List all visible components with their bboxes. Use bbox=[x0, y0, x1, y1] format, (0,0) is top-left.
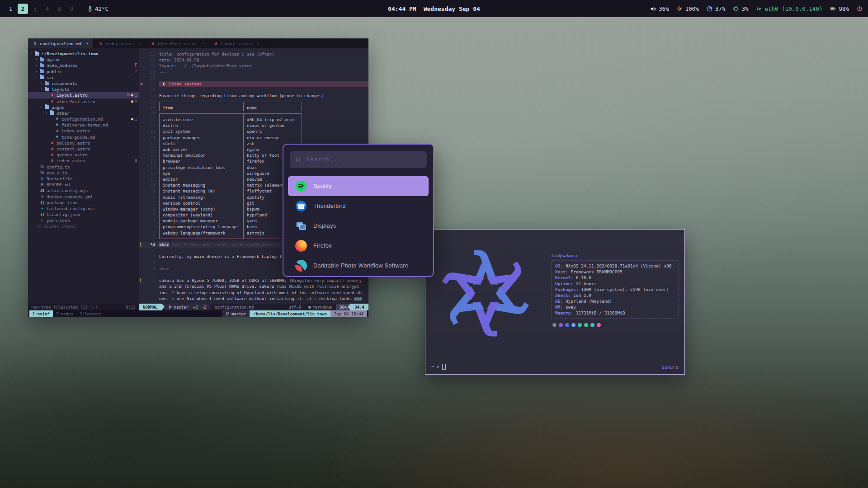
sign-column bbox=[140, 266, 143, 272]
tree-item-public[interactable]: ▸public? bbox=[28, 69, 139, 75]
tree-item-index.astro[interactable]: Aindex.astroH bbox=[28, 158, 139, 164]
json-icon: {} bbox=[40, 200, 45, 206]
tree-item--development-liv.town[interactable]: ▾~/Development/liv.town bbox=[28, 51, 139, 56]
workspace-button-4[interactable]: 4 bbox=[42, 4, 52, 14]
tree-item-env.d.ts[interactable]: TSenv.d.ts bbox=[28, 170, 139, 176]
workspace-button-9[interactable]: 9 bbox=[66, 4, 77, 14]
tab-index.astro[interactable]: Aindex.astro× bbox=[94, 38, 146, 48]
module-disk[interactable]: 37% bbox=[707, 5, 726, 12]
tree-item-pages[interactable]: ▾pages bbox=[28, 104, 139, 110]
terminal-window[interactable]: λλλλλλ liv@sakura OS: NixOS 24.11.202408… bbox=[425, 229, 685, 375]
close-icon[interactable]: × bbox=[139, 41, 141, 46]
tmux-window-1-nvim-[interactable]: 1:nvim* bbox=[29, 310, 53, 317]
neotree-file-explorer[interactable]: ▾~/Development/liv.town▸nginx▸node_modul… bbox=[28, 48, 139, 304]
tree-item-balcony.astro[interactable]: Abalcony.astro bbox=[28, 140, 139, 146]
tab-layout.astro[interactable]: ALayout.astro× bbox=[209, 38, 264, 48]
module-brightness[interactable]: 100% bbox=[677, 5, 699, 12]
tree-item-otherpost.astro[interactable]: AotherPost.astro●□ bbox=[28, 99, 139, 104]
tab-configuration.md[interactable]: Mconfiguration.md× bbox=[28, 38, 94, 48]
tree-item-src[interactable]: ▾src bbox=[28, 75, 139, 80]
workspace-button-1[interactable]: 1 bbox=[5, 4, 16, 14]
close-icon[interactable]: × bbox=[202, 41, 204, 46]
editor-line[interactable]: 25Favorite things regarding Linux and my… bbox=[140, 93, 368, 99]
editor-line[interactable]: 29--- bbox=[140, 69, 368, 75]
editor-line[interactable]: 32title: configuration for devices i use… bbox=[140, 51, 368, 57]
tree-file-label: fediverse-terms.md bbox=[61, 122, 108, 128]
tree-item-layout.astro[interactable]: ALayout.astroH●□ bbox=[28, 92, 139, 98]
module-battery[interactable]: 98% bbox=[830, 5, 849, 12]
tree-item-config.ts[interactable]: TSconfig.ts bbox=[28, 164, 139, 170]
workspace-button-3[interactable]: 3 bbox=[30, 4, 40, 14]
editor-line[interactable]: ●27🐧Linux systems bbox=[140, 81, 368, 87]
tmux-window-2-nodes[interactable]: 2:nodes bbox=[53, 310, 76, 317]
editor-line[interactable]: and a 2TB (Crucial P5 Plus) NVMe drive. … bbox=[140, 283, 368, 289]
module-network[interactable]: eth0 (10.0.0.140) bbox=[756, 5, 822, 12]
tree-item-garden.astro[interactable]: Agarden.astro bbox=[28, 152, 139, 158]
module-power[interactable] bbox=[857, 6, 863, 12]
editor-line[interactable]: 30layout: ../../layouts/otherPost.astro bbox=[140, 63, 368, 69]
tree-folder-label: components bbox=[52, 80, 77, 86]
launcher-app-thunderbird[interactable]: Thunderbird bbox=[288, 196, 429, 216]
tree-item-configuration.md[interactable]: Mconfiguration.md●□ bbox=[28, 116, 139, 122]
launcher-app-darktable-photo-workflow-software[interactable]: Darktable Photo Workflow Software bbox=[288, 256, 429, 276]
tree-item--6-hidden-items-[interactable]: (6 hidden items) bbox=[28, 223, 139, 229]
workspace-button-2[interactable]: 2 bbox=[18, 4, 28, 14]
shell-prompt[interactable]: ~ > bbox=[431, 364, 446, 370]
module-volume[interactable]: 36% bbox=[650, 5, 669, 12]
tree-item-yarn.lock[interactable]: Lyarn.lock bbox=[28, 217, 139, 223]
editor-line[interactable]: ion. I have a setup consisting of Hyprla… bbox=[140, 290, 368, 296]
tree-item-nginx[interactable]: ▸nginx bbox=[28, 56, 139, 62]
tree-item-index.astro[interactable]: Aindex.astro bbox=[28, 128, 139, 134]
editor-line[interactable]: 31date: 2024-08-30 bbox=[140, 57, 368, 63]
editor-line[interactable]: 28 bbox=[140, 75, 368, 81]
tree-item-other[interactable]: ▾other bbox=[28, 110, 139, 116]
tree-item-layouts[interactable]: ▾layouts bbox=[28, 86, 139, 92]
workspace-button-8[interactable]: 8 bbox=[54, 4, 65, 14]
editor-line[interactable]: 20distronixos or gentoo bbox=[140, 122, 368, 128]
date-value: Wednesday Sep 04 bbox=[424, 5, 480, 12]
close-icon[interactable]: × bbox=[86, 41, 89, 46]
launcher-app-displays[interactable]: Displays bbox=[288, 216, 429, 236]
editor-line[interactable]: 26 bbox=[140, 87, 368, 93]
editor-line[interactable]: 19init systemopenrc bbox=[140, 128, 368, 134]
launcher-app-firefox[interactable]: Firefox bbox=[288, 236, 429, 256]
workspace-switcher: 123489 bbox=[5, 4, 77, 14]
tmux-window-3-lazygit[interactable]: 3:lazygit bbox=[76, 310, 105, 317]
tree-item-components[interactable]: ▸components bbox=[28, 80, 139, 86]
editor-line[interactable]: 22 bbox=[140, 111, 368, 117]
tree-item-docker-compose.yml[interactable]: Ydocker-compose.yml bbox=[28, 194, 139, 200]
tree-item-dockerfile[interactable]: DDockerfile bbox=[28, 176, 139, 182]
launcher-app-spotify[interactable]: Spotify bbox=[288, 176, 429, 196]
table-border bbox=[243, 113, 302, 117]
status-badge: ● bbox=[131, 99, 133, 104]
tab-otherpost.astro[interactable]: AotherPost.astro× bbox=[146, 38, 209, 48]
module-memory[interactable]: 3% bbox=[733, 5, 748, 12]
sign-column bbox=[140, 182, 143, 188]
user-host-title: liv@sakura bbox=[551, 253, 679, 258]
editor-line[interactable]: 23itemname bbox=[140, 105, 368, 111]
tree-item-node-modules[interactable]: ▸node_modulesE bbox=[28, 62, 139, 68]
editor-line[interactable]: 21architecturex86_64 (rip m2 pro) bbox=[140, 117, 368, 122]
tree-item-readme.md[interactable]: MREADME.md bbox=[28, 182, 139, 188]
tree-item-tone-guide.md[interactable]: Mtone-guide.md bbox=[28, 134, 139, 140]
close-icon[interactable]: × bbox=[257, 41, 259, 46]
line-number: 29 bbox=[143, 69, 159, 75]
editor-line[interactable]: 24 bbox=[140, 99, 368, 105]
tree-item-astro.config.mjs[interactable]: JSastro.config.mjs bbox=[28, 188, 139, 193]
search-input[interactable] bbox=[305, 156, 421, 163]
status-badge: H bbox=[127, 92, 130, 98]
launcher-search[interactable] bbox=[290, 151, 427, 168]
line-number: 18 bbox=[143, 135, 159, 141]
tree-item-contact.astro[interactable]: Acontact.astro bbox=[28, 146, 139, 152]
editor-line[interactable]: 18package managernix or emerge bbox=[140, 135, 368, 141]
tree-item-package.json[interactable]: {}package.json bbox=[28, 200, 139, 206]
tree-item-fediverse-terms.md[interactable]: Mfediverse-terms.md bbox=[28, 122, 139, 128]
disk-icon bbox=[707, 6, 712, 12]
tree-item-tsconfig.json[interactable]: {}tsconfig.json bbox=[28, 211, 139, 217]
editor-line[interactable]: ove. I use Nix when I need software with… bbox=[140, 296, 368, 301]
tree-file-label: garden.astro bbox=[57, 152, 88, 158]
tree-item-tailwind.config.mjs[interactable]: ~tailwind.config.mjs bbox=[28, 206, 139, 211]
editor-line[interactable]: ▎6sakura has a Ryzen 5 7640U, 32GB of DD… bbox=[140, 277, 368, 283]
app-launcher[interactable]: SpotifyThunderbirdDisplaysFirefoxDarktab… bbox=[283, 144, 434, 277]
text-span: ion. I have a setup consisting of Hyprla… bbox=[159, 290, 362, 295]
